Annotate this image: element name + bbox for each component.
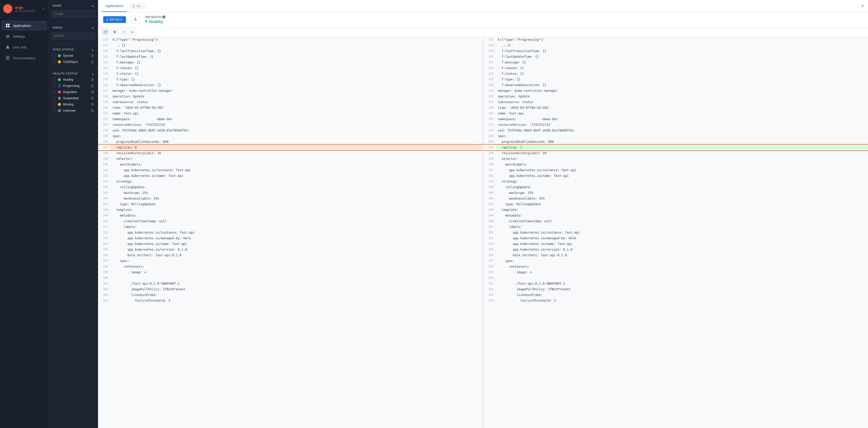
- diff-line: 123 f:reason: {}: [484, 65, 868, 71]
- diff-line: 148 template:: [98, 207, 483, 213]
- diff-line: 164 failureThreshold: 3: [484, 298, 868, 303]
- second-button[interactable]: B: [131, 16, 140, 23]
- user-info-label: User Info: [13, 45, 27, 49]
- health-label: APP HEALTH i: [145, 15, 165, 19]
- unknown-checkbox[interactable]: [52, 109, 56, 112]
- grid-view-button[interactable]: ⊞: [111, 29, 118, 35]
- kinds-filter-input[interactable]: [52, 32, 95, 39]
- close-button[interactable]: ×: [861, 3, 864, 9]
- diff-line: 155 app.kubernetes.io/version: 0.1.0: [98, 247, 483, 253]
- health-healthy-row[interactable]: ♥ Healthy 3: [49, 76, 98, 83]
- diff-line: 119 .: {}: [98, 42, 483, 48]
- health-info-icon: i: [162, 15, 165, 19]
- search-box[interactable]: de...: [129, 3, 145, 9]
- health-chevron-icon: ▲: [92, 72, 94, 75]
- line-number: 131: [484, 110, 496, 116]
- degraded-checkbox[interactable]: [52, 90, 56, 94]
- list-view-button[interactable]: ≡: [102, 29, 109, 35]
- name-filter-input[interactable]: [52, 10, 95, 18]
- line-number: 123: [98, 65, 111, 71]
- sidebar-item-documentation[interactable]: Documentation: [2, 53, 47, 63]
- line-number: 131: [98, 110, 111, 116]
- diff-line: 161 /fast-api:0.1.0-SNAPSHOT.1: [484, 281, 868, 287]
- health-progressing-row[interactable]: Progressing 0: [49, 83, 98, 89]
- svg-point-9: [133, 5, 135, 7]
- synced-dot-icon: ✓: [58, 54, 61, 57]
- suspended-checkbox[interactable]: [52, 96, 56, 100]
- line-number: 124: [98, 71, 111, 76]
- line-number: 144: [484, 184, 496, 190]
- diff-line: 163 livenessProbe:: [98, 292, 483, 298]
- health-degraded-row[interactable]: ♥ Degraded 0: [49, 89, 98, 95]
- line-content: livenessProbe:: [496, 292, 868, 298]
- line-content: helm.sh/chart: fast-api-0.1.0: [496, 253, 868, 258]
- line-number: 157: [484, 258, 496, 264]
- sync-synced-row[interactable]: ✓ Synced 2: [49, 53, 98, 59]
- sidebar-item-user-info[interactable]: User Info: [2, 42, 47, 52]
- tab-applications[interactable]: Applications: [102, 0, 126, 12]
- sync-outofsync-row[interactable]: ! OutOfSync 1: [49, 59, 98, 65]
- sync-status-header[interactable]: SYNC STATUS ▲: [49, 46, 98, 53]
- diff-line: 129subresource: status: [484, 99, 868, 105]
- diff-pane-right[interactable]: 118k:{"type":"Progressing"}:119 .: {}120…: [484, 37, 868, 428]
- line-number: 130: [484, 105, 496, 110]
- outofsync-count: 1: [90, 60, 95, 64]
- health-suspended-row[interactable]: ⏸ Suspended 0: [49, 95, 98, 101]
- svg-rect-3: [8, 26, 9, 27]
- line-content: k:{"type":"Progressing"}:: [111, 37, 483, 42]
- healthy-checkbox[interactable]: [52, 78, 56, 81]
- line-content: strategy:: [496, 179, 868, 184]
- health-unknown-row[interactable]: ? Unknown 0: [49, 107, 98, 114]
- details-button[interactable]: ℹ DETAILS: [103, 16, 126, 23]
- outofsync-checkbox[interactable]: [52, 60, 56, 64]
- kinds-filter-header[interactable]: KINDS ▲: [49, 25, 98, 31]
- line-number: 139: [484, 156, 496, 162]
- name-filter-header[interactable]: NAME ▲: [49, 3, 98, 9]
- line-content: [111, 275, 483, 281]
- progressing-checkbox[interactable]: [52, 84, 56, 88]
- line-content: f:type: {}: [111, 76, 483, 82]
- diff-line: 146 maxUnavailable: 25%: [98, 196, 483, 201]
- line-number: 129: [98, 99, 111, 105]
- line-content: manager: kube-controller-manager: [111, 88, 483, 94]
- diff-line: 137 replicas: 1: [484, 145, 868, 150]
- diff-line: 129subresource: status: [98, 99, 483, 105]
- line-number: 147: [484, 201, 496, 207]
- diff-line: 122 f:message: {}: [98, 60, 483, 65]
- line-content: operation: Update: [111, 94, 483, 99]
- line-number: 134: [98, 128, 111, 133]
- diff-line: 159 - image: >-: [484, 269, 868, 275]
- sidebar-item-settings[interactable]: Settings: [2, 31, 47, 41]
- line-content: creationTimestamp: null: [111, 219, 483, 224]
- line-content: app.kubernetes.io/name: fast-api: [111, 241, 483, 247]
- back-button[interactable]: ←: [41, 6, 46, 11]
- line-content: /fast-api:0.1.0-SNAPSHOT.1: [496, 281, 868, 287]
- sidebar-item-applications[interactable]: Applications: [2, 20, 47, 31]
- line-content: matchLabels:: [496, 162, 868, 167]
- healthy-heart-icon: ♥: [58, 78, 61, 81]
- line-content: operation: Update: [496, 94, 868, 99]
- line-number: 132: [484, 116, 496, 122]
- missing-checkbox[interactable]: [52, 103, 56, 106]
- line-number: 158: [98, 264, 111, 269]
- applications-label: Applications: [13, 24, 31, 28]
- diff-line: 142 app.kubernetes.io/name: fast-api: [484, 173, 868, 179]
- line-number: 129: [484, 99, 496, 105]
- line-content: failureThreshold: 3: [496, 298, 868, 303]
- health-missing-row[interactable]: ? Missing 0: [49, 101, 98, 107]
- line-content: rollingUpdate:: [496, 184, 868, 190]
- run-button[interactable]: ▷: [129, 29, 136, 35]
- line-content: f:observedGeneration: {}: [111, 82, 483, 88]
- line-number: 145: [484, 190, 496, 196]
- synced-checkbox[interactable]: [52, 54, 56, 58]
- line-content: app.kubernetes.io/managed-by: Helm: [111, 235, 483, 241]
- diff-pane-left[interactable]: 118k:{"type":"Progressing"}:119 .: {}120…: [98, 37, 484, 428]
- line-content: f:lastTransitionTime: {}: [496, 48, 868, 54]
- health-status-header[interactable]: HEALTH STATUS ▲: [49, 70, 98, 76]
- diff-line: 125 f:type: {}: [98, 76, 483, 82]
- diff-line: 135spec:: [484, 133, 868, 139]
- line-content: f:message: {}: [111, 60, 483, 65]
- missing-label: Missing: [63, 103, 88, 106]
- line-number: 150: [484, 219, 496, 224]
- add-button[interactable]: +: [121, 29, 127, 35]
